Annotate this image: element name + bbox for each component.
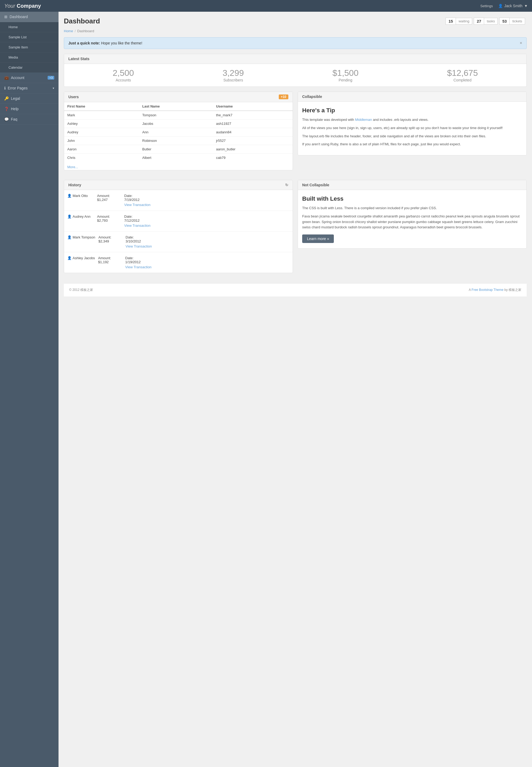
subscribers-value: 3,299 (223, 68, 244, 78)
sidebar-label-help: Help (11, 107, 19, 111)
waiting-label: waiting (456, 18, 472, 24)
help-icon: ❓ (4, 107, 9, 111)
table-row: Chris Albert cab79 (64, 153, 293, 162)
sidebar-item-help[interactable]: ❓ Help (0, 104, 59, 114)
history-person-name: 👤Audrey Ann (67, 214, 94, 218)
sidebar-item-sample-list[interactable]: Sample List (0, 32, 59, 42)
sidebar-item-sample-item[interactable]: Sample Item (0, 42, 59, 52)
user-firstname: Aaron (64, 145, 139, 153)
not-collapsible-header: Not Collapsible (298, 180, 526, 190)
view-transaction-link[interactable]: View Transaction (125, 265, 152, 269)
view-transaction-link[interactable]: View Transaction (124, 203, 151, 207)
account-icon: 💼 (4, 76, 9, 80)
breadcrumb-home[interactable]: Home (64, 29, 73, 33)
refresh-icon[interactable]: ↻ (285, 183, 288, 187)
faq-icon: 💬 (4, 117, 9, 121)
users-column: Users +10 First Name Last Name Username (64, 92, 293, 175)
accounts-label: Accounts (113, 78, 134, 82)
main-content: Dashboard 15 waiting 27 tasks 53 tickets… (59, 12, 532, 767)
users-table-header-row: First Name Last Name Username (64, 102, 293, 111)
user-username: audann84 (213, 128, 293, 136)
user-lastname: Tompson (139, 111, 213, 119)
footer-right: A Free Bootstrap Theme by 模板之家 (469, 288, 521, 292)
alert-strong: Just a quick note: (68, 41, 100, 45)
completed-label: Completed (447, 78, 478, 82)
tip-para-1: This template was developed with Middlem… (302, 117, 522, 123)
brand-logo[interactable]: Your Company (4, 3, 41, 9)
page-title: Dashboard (64, 17, 100, 25)
stat-tickets: 53 tickets (499, 18, 527, 25)
user-menu[interactable]: 👤 Jack Smith ▼ (498, 4, 528, 8)
not-collapsible-title: Not Collapsible (302, 183, 329, 187)
breadcrumb-current: Dashboard (77, 29, 94, 33)
page-footer: © 2012 模板之家 A Free Bootstrap Theme by 模板… (64, 283, 527, 296)
view-transaction-link[interactable]: View Transaction (126, 244, 152, 248)
sidebar-item-calendar[interactable]: Calendar (0, 63, 59, 73)
alert-close-button[interactable]: × (520, 41, 522, 45)
sidebar-item-account[interactable]: 💼 Account +3 (0, 73, 59, 83)
alert-text: Just a quick note: Hope you like the the… (68, 41, 142, 45)
sidebar-item-dashboard[interactable]: ⊞ Dashboard (0, 12, 59, 22)
collapsible-title: Collapsible (302, 94, 322, 99)
users-badge: +10 (279, 94, 288, 99)
sidebar-item-error-pages[interactable]: ℹ Error Pages ▾ (0, 83, 59, 93)
table-row: Audrey Ann audann84 (64, 128, 293, 136)
stat-tasks: 27 tasks (474, 18, 499, 25)
history-rows: 👤Mark Otto Amount:$1,247 Date:7/19/2012 … (64, 190, 293, 273)
brand-italic: Your (4, 3, 15, 9)
user-lastname: Jacobs (139, 119, 213, 128)
tickets-num: 53 (499, 18, 510, 25)
error-pages-icon: ℹ (4, 86, 6, 90)
brand-bold: Company (17, 3, 41, 9)
user-username: ash11927 (213, 119, 293, 128)
main-layout: ⊞ Dashboard Home Sample List Sample Item… (0, 12, 532, 767)
stats-row: 2,500 Accounts 3,299 Subscribers $1,500 … (64, 64, 526, 86)
header-stats: 15 waiting 27 tasks 53 tickets (446, 18, 527, 25)
alert-message: Hope you like the theme! (101, 41, 142, 45)
tip-title: Here's a Tip (302, 107, 522, 114)
history-amount: Amount:$1,247 (97, 194, 121, 202)
user-username: jr5527 (213, 136, 293, 145)
tip-para-3: The layout.erb file includes the header,… (302, 134, 522, 139)
accounts-value: 2,500 (113, 68, 134, 78)
sidebar-label-media: Media (9, 55, 18, 59)
history-date: Date:7/12/2012 View Transaction (124, 214, 151, 227)
sidebar-item-home[interactable]: Home (0, 22, 59, 32)
users-title: Users (68, 95, 79, 99)
alert-banner: Just a quick note: Hope you like the the… (64, 37, 527, 49)
user-username: cab79 (213, 153, 293, 162)
sidebar-label-sample-item: Sample Item (9, 45, 28, 49)
user-icon: 👤 (498, 4, 503, 8)
collapsible-card: Collapsible Here's a Tip This template w… (298, 92, 527, 155)
sidebar-item-legal[interactable]: 🔑 Legal (0, 93, 59, 104)
sidebar-label-faq: Faq (11, 117, 17, 121)
sidebar-item-media[interactable]: Media (0, 52, 59, 63)
person-icon: 👤 (67, 214, 72, 218)
not-collapsible-column: Not Collapsible Built with Less The CSS … (298, 180, 527, 278)
middleman-link[interactable]: Middleman (355, 118, 372, 122)
history-column: History ↻ 👤Mark Otto Amount:$1,247 Date:… (64, 180, 293, 278)
user-lastname: Robinson (139, 136, 213, 145)
completed-value: $12,675 (447, 68, 478, 78)
table-row: Mark Tompson the_mark7 (64, 111, 293, 119)
history-card-header: History ↻ (64, 180, 293, 190)
history-amount: Amount:$2,349 (98, 235, 122, 243)
user-firstname: Mark (64, 111, 139, 119)
learn-more-button[interactable]: Learn more » (302, 234, 334, 243)
built-title: Built with Less (302, 195, 522, 202)
not-collapsible-card: Not Collapsible Built with Less The CSS … (298, 180, 527, 248)
pending-value: $1,500 (333, 68, 359, 78)
sidebar-label-home: Home (9, 25, 18, 29)
tip-para-2: All of the views you see here (sign in, … (302, 125, 522, 131)
sidebar-item-label: Dashboard (10, 15, 28, 19)
col-lastname: Last Name (139, 102, 213, 111)
sidebar-item-faq[interactable]: 💬 Faq (0, 114, 59, 124)
collapsible-column: Collapsible Here's a Tip This template w… (298, 92, 527, 175)
latest-stats-header: Latest Stats (64, 54, 526, 64)
users-more-link[interactable]: More... (64, 162, 293, 170)
view-transaction-link[interactable]: View Transaction (124, 223, 151, 227)
footer-theme-link[interactable]: Free Bootstrap Theme (472, 288, 504, 292)
stat-waiting: 15 waiting (446, 18, 474, 25)
settings-link[interactable]: Settings (480, 4, 493, 8)
breadcrumb: Home / Dashboard (64, 29, 527, 33)
